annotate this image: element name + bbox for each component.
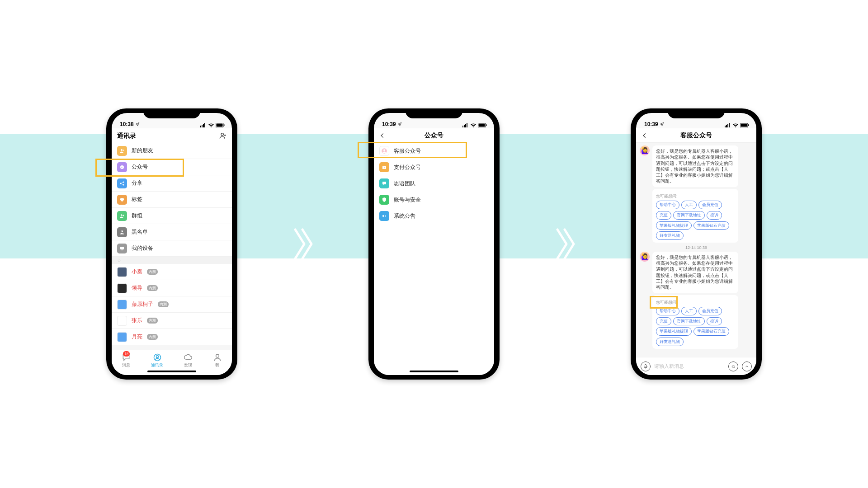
menu-icon	[117, 211, 127, 221]
suggestion-chip[interactable]: 人工	[681, 201, 697, 209]
contact-badge: 内测	[147, 285, 158, 291]
suggestions-bubble: 您可能想问: 帮助中心人工会员充值充值官网下载地址投诉苹果版礼物提现苹果版钻石充…	[652, 189, 738, 243]
menu-item-label: 分享	[132, 179, 142, 187]
svg-point-13	[121, 214, 123, 216]
suggestion-chip[interactable]: 会员充值	[698, 201, 722, 209]
official-account-item[interactable]: 思语团队	[374, 175, 494, 192]
back-button[interactable]	[379, 132, 386, 139]
wifi-icon	[208, 123, 214, 127]
menu-item[interactable]: 新的朋友	[112, 143, 232, 159]
svg-rect-2	[203, 124, 204, 127]
menu-item-label: 公众号	[132, 163, 148, 171]
bot-avatar-icon: 🙋‍♀️	[640, 252, 650, 262]
tab-badge: 34	[123, 351, 130, 357]
suggestion-chip[interactable]: 苹果版礼物提现	[656, 327, 692, 336]
expand-button[interactable]	[742, 361, 752, 371]
add-contact-icon[interactable]	[219, 132, 226, 139]
tab-messages[interactable]: 34 消息	[122, 353, 131, 368]
back-button[interactable]	[642, 132, 648, 139]
signal-icon	[725, 123, 731, 127]
signal-icon	[462, 123, 469, 127]
battery-icon	[216, 123, 225, 127]
suggestion-chip[interactable]: 苹果版礼物提现	[656, 221, 692, 230]
svg-rect-17	[122, 249, 123, 250]
location-icon	[660, 122, 664, 127]
suggestion-chip[interactable]: 好友送礼物	[656, 338, 684, 346]
chat-message: 🙋‍♀️ 您好，我是您的专属机器人客服小语，很高兴为您服务。如果您在使用过程中遇…	[640, 252, 753, 349]
content-list: 客服公众号¥支付公众号思语团队账号与安全系统公告	[374, 143, 494, 375]
contact-item[interactable]: 小秦内测	[112, 264, 232, 280]
contact-name: 小秦	[132, 268, 142, 276]
menu-item-label: 标签	[132, 196, 142, 203]
official-account-item[interactable]: 账号与安全	[374, 192, 494, 208]
suggestion-chip[interactable]: 官网下载地址	[673, 211, 705, 220]
arrow-icon	[292, 226, 314, 262]
suggestion-chip[interactable]: 好友送礼物	[656, 231, 684, 240]
svg-rect-27	[486, 124, 487, 126]
suggestion-chip[interactable]: 投诉	[707, 211, 722, 220]
nav-bar: 客服公众号	[636, 128, 756, 143]
suggestion-chip[interactable]: 苹果版钻石充值	[693, 221, 729, 230]
contact-item[interactable]: 张乐内测	[112, 313, 232, 329]
suggestion-chip[interactable]: 投诉	[707, 317, 722, 326]
location-icon	[135, 122, 140, 127]
contact-item[interactable]: 月亮内测	[112, 329, 232, 345]
contact-name: 藤原桐子	[132, 300, 153, 308]
account-icon	[379, 178, 389, 188]
content-list: 新的朋友公众号分享标签群组黑名单我的设备 ☆ 小秦内测领导内测藤原桐子内测张乐内…	[112, 143, 232, 350]
contact-badge: 内测	[158, 301, 169, 307]
svg-rect-16	[120, 247, 124, 249]
svg-rect-1	[202, 125, 203, 127]
voice-input-button[interactable]	[641, 361, 651, 371]
phone-1-screen: 10:38 通讯录 新的朋友公众号分享标签群组黑名单我的设备 ☆ 小秦内测领导内…	[112, 113, 232, 375]
menu-item[interactable]: 分享	[112, 175, 232, 192]
official-account-item[interactable]: ¥支付公众号	[374, 159, 494, 175]
chat-bubble: 您好，我是您的专属机器人客服小语，很高兴为您服务。如果您在使用过程中遇到问题，可…	[652, 252, 738, 293]
account-name: 支付公众号	[394, 164, 421, 171]
tab-label: 我	[215, 362, 219, 368]
notch	[406, 108, 462, 118]
svg-point-12	[123, 184, 124, 185]
phone-3-screen: 10:39 客服公众号 🙋‍♀️ 您好，我是您	[636, 113, 756, 375]
menu-item-label: 群组	[132, 212, 142, 220]
battery-icon	[740, 123, 749, 127]
menu-icon	[117, 227, 127, 237]
menu-item[interactable]: 黑名单	[112, 224, 232, 240]
menu-item[interactable]: 标签	[112, 192, 232, 208]
suggestion-chip[interactable]: 苹果版钻石充值	[693, 327, 729, 336]
message-input[interactable]: 请输入新消息	[654, 363, 725, 370]
contact-item[interactable]: 领导内测	[112, 280, 232, 296]
emoji-button[interactable]: ☺	[728, 361, 738, 371]
phone-2-frame: 10:39 公众号 客服公众号¥支付公众号思语团队账号与安全系统公告	[368, 108, 500, 380]
menu-icon	[117, 195, 127, 205]
nav-bar: 通讯录	[112, 128, 232, 143]
suggestion-chip[interactable]: 帮助中心	[656, 201, 679, 209]
suggestion-chip[interactable]: 官网下载地址	[673, 317, 705, 326]
svg-rect-24	[467, 123, 467, 127]
official-account-item[interactable]: 系统公告	[374, 208, 494, 224]
svg-rect-3	[204, 123, 205, 127]
avatar	[117, 332, 127, 342]
svg-rect-23	[465, 124, 466, 127]
suggestion-chip[interactable]: 会员充值	[698, 307, 722, 315]
tab-me[interactable]: 我	[213, 353, 222, 368]
svg-text:¥: ¥	[384, 166, 385, 169]
suggestion-chip[interactable]: 人工	[681, 307, 697, 315]
tab-contacts[interactable]: 通讯录	[151, 353, 163, 368]
official-account-item[interactable]: 客服公众号	[374, 143, 494, 159]
contact-item[interactable]: 藤原桐子内测	[112, 296, 232, 313]
tab-discover[interactable]: 发现	[184, 353, 193, 368]
suggestion-chip[interactable]: 充值	[656, 317, 671, 326]
suggestion-chip[interactable]: 帮助中心	[656, 307, 679, 315]
svg-rect-6	[224, 124, 225, 126]
menu-item-label: 我的设备	[132, 244, 153, 252]
battery-icon	[478, 123, 487, 127]
menu-item[interactable]: 公众号	[112, 159, 232, 175]
svg-rect-36	[741, 124, 747, 127]
suggestion-chip[interactable]: 充值	[656, 211, 671, 220]
svg-point-10	[120, 183, 122, 184]
hint-label: 您可能想问:	[656, 300, 735, 305]
menu-item[interactable]: 群组	[112, 208, 232, 224]
menu-item[interactable]: 我的设备	[112, 240, 232, 257]
menu-item-label: 新的朋友	[132, 147, 153, 155]
